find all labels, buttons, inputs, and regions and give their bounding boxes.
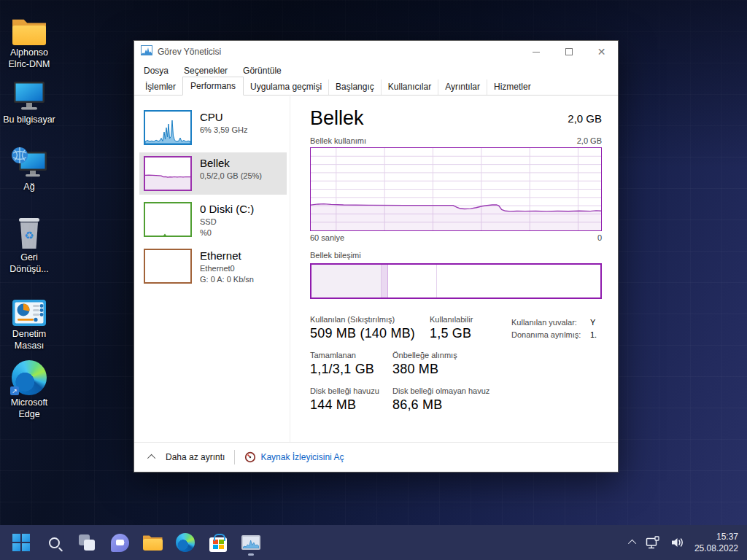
sidebar-item-ethernet[interactable]: Ethernet Ethernet0 G: 0 A: 0 Kb/sn <box>139 245 287 288</box>
window-footer: Daha az ayrıntı Kaynak İzleyicisini Aç <box>134 442 618 472</box>
sidebar-item-disk[interactable]: 0 Diski (C:) SSD %0 <box>139 198 287 241</box>
tray-time: 15:37 <box>694 531 738 542</box>
desktop-icon-this-pc[interactable]: Bu bilgisayar <box>1 76 57 126</box>
sidebar-item-bellek[interactable]: Bellek 0,5/2,0 GB (25%) <box>139 152 287 195</box>
performance-sidebar: CPU 6% 3,59 GHz Bellek 0,5/2,0 GB (25%) <box>134 96 290 442</box>
cpu-mini-chart <box>144 110 192 145</box>
minimize-button[interactable] <box>519 41 552 63</box>
stat-committed: Tamamlanan 1,1/3,1 GB <box>310 351 392 377</box>
clock[interactable]: 15:37 25.08.2022 <box>694 531 738 554</box>
stat-non-paged-pool: Disk belleği olmayan havuz 86,6 MB <box>392 386 489 413</box>
tab-ayrintilar[interactable]: Ayrıntılar <box>438 79 487 95</box>
usage-chart-max: 2,0 GB <box>577 136 602 145</box>
segment-modified <box>382 265 388 298</box>
desktop-icon-label: MicrosoftEdge <box>1 397 57 420</box>
volume-icon[interactable] <box>670 536 685 549</box>
tab-kullanicilar[interactable]: Kullanıcılar <box>381 79 438 95</box>
stat-cached: Önbelleğe alınmış 380 MB <box>392 351 457 377</box>
x-axis-right: 0 <box>597 233 602 242</box>
disk-mini-chart <box>144 202 192 237</box>
ethernet-mini-chart <box>144 249 192 284</box>
monitor-icon <box>1 76 57 112</box>
app-icon <box>141 45 152 58</box>
network-icon <box>1 143 57 179</box>
segment-in-use <box>311 265 382 298</box>
desktop-icon-label: DenetimMasası <box>1 329 57 351</box>
store-button[interactable] <box>208 528 228 557</box>
segment-free <box>437 265 600 298</box>
taskbar: 15:37 25.08.2022 <box>0 525 747 560</box>
tab-baslangic[interactable]: Başlangıç <box>328 79 381 95</box>
menu-dosya[interactable]: Dosya <box>144 66 169 76</box>
edge-icon: ↗ <box>1 359 57 395</box>
memory-total: 2,0 GB <box>568 108 602 125</box>
fewer-details-toggle[interactable]: Daha az ayrıntı <box>166 452 225 462</box>
desktop-icon-recycle-bin[interactable]: ♻ GeriDönüşü... <box>1 214 57 275</box>
running-app-indicator <box>248 553 254 556</box>
tabstrip: İşlemler Performans Uygulama geçmişi Baş… <box>134 79 618 96</box>
chevron-up-icon <box>147 454 155 462</box>
stat-used: Kullanılan (Sıkıştırılmış) 509 MB (140 M… <box>310 315 430 341</box>
windows-logo-icon <box>12 534 30 551</box>
task-manager-icon <box>241 535 260 550</box>
stat-slots-used: Kullanılan yuvalar: Y <box>511 316 619 330</box>
store-icon <box>209 537 227 552</box>
close-button[interactable]: ✕ <box>585 41 618 63</box>
tab-islemler[interactable]: İşlemler <box>139 79 182 95</box>
desktop-icon-label: Bu bilgisayar <box>1 114 57 126</box>
search-icon <box>49 537 60 548</box>
desktop-icon-control-panel[interactable]: DenetimMasası <box>1 290 57 351</box>
window-title: Görev Yöneticisi <box>158 47 519 57</box>
tab-uygulama-gecmisi[interactable]: Uygulama geçmişi <box>244 79 328 95</box>
desktop-icon-label: GeriDönüşü... <box>1 252 57 275</box>
sidebar-divider <box>290 96 290 442</box>
search-button[interactable] <box>44 528 64 557</box>
memory-mini-chart <box>144 156 192 191</box>
stat-paged-pool: Disk belleği havuzu 144 MB <box>310 386 392 413</box>
desktop-icon-network[interactable]: Ağ <box>1 143 57 193</box>
stat-available: Kullanılabilir 1,5 GB <box>430 315 473 341</box>
memory-detail-panel: Bellek 2,0 GB Bellek kullanımı 2,0 GB <box>310 96 618 442</box>
task-manager-window: Görev Yöneticisi ✕ Dosya Seçenekler Görü… <box>133 40 619 472</box>
menu-secenekler[interactable]: Seçenekler <box>184 66 228 76</box>
edge-icon <box>176 533 195 552</box>
start-button[interactable] <box>11 528 31 557</box>
task-manager-taskbar-button[interactable] <box>241 528 261 557</box>
page-title: Bellek <box>310 108 568 130</box>
stat-hardware-reserved: Donanıma ayrılmış: 1. <box>511 329 619 342</box>
maximize-button[interactable] <box>552 41 585 63</box>
recycle-bin-icon: ♻ <box>1 214 57 250</box>
tray-date: 25.08.2022 <box>694 542 738 554</box>
system-tray: 15:37 25.08.2022 <box>630 531 747 554</box>
desktop-icon-edge[interactable]: ↗ MicrosoftEdge <box>1 359 57 420</box>
menu-goruntule[interactable]: Görüntüle <box>243 66 282 76</box>
desktop-icon-folder[interactable]: AlphonsoElric-DNM <box>1 9 57 70</box>
folder-icon <box>143 534 163 551</box>
tab-performans[interactable]: Performans <box>182 77 244 96</box>
footer-separator <box>234 450 235 464</box>
gauge-icon <box>244 451 256 463</box>
task-view-button[interactable] <box>77 528 97 557</box>
memory-side-stats: Kullanılan yuvalar: Y Donanıma ayrılmış:… <box>511 316 619 342</box>
folder-icon <box>1 9 57 45</box>
network-ethernet-icon[interactable] <box>646 536 661 550</box>
sidebar-item-cpu[interactable]: CPU 6% 3,59 GHz <box>139 106 287 149</box>
desktop-icon-label: Ağ <box>1 182 57 193</box>
tab-hizmetler[interactable]: Hizmetler <box>487 79 538 95</box>
svg-text:♻: ♻ <box>24 229 34 241</box>
chat-icon <box>111 534 129 552</box>
segment-standby <box>388 265 437 298</box>
usage-chart-label: Bellek kullanımı <box>310 136 366 145</box>
composition-label: Bellek bileşimi <box>310 251 618 260</box>
desktop-icon-label: AlphonsoElric-DNM <box>1 47 57 70</box>
edge-button[interactable] <box>175 528 196 557</box>
tray-overflow-chevron-icon[interactable] <box>628 540 636 548</box>
file-explorer-button[interactable] <box>142 528 163 557</box>
task-view-icon <box>79 534 95 551</box>
open-resource-monitor-link[interactable]: Kaynak İzleyicisini Aç <box>244 451 344 463</box>
titlebar[interactable]: Görev Yöneticisi ✕ <box>134 41 618 63</box>
chat-button[interactable] <box>109 528 130 557</box>
x-axis-left: 60 saniye <box>310 233 344 242</box>
control-panel-icon <box>1 290 57 327</box>
memory-composition-bar[interactable] <box>310 263 602 299</box>
